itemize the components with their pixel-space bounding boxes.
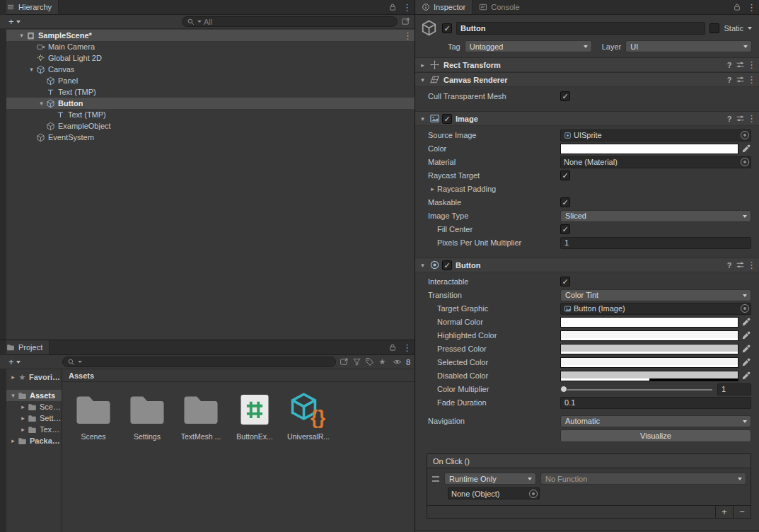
raycast-target-checkbox[interactable]: ✓ bbox=[560, 170, 570, 180]
presets-icon[interactable] bbox=[736, 75, 745, 84]
foldout-icon[interactable]: ▾ bbox=[8, 390, 18, 401]
tree-row-favorites[interactable]: ▸ ★ Favorites bbox=[0, 371, 62, 383]
drag-handle-icon[interactable] bbox=[432, 476, 439, 482]
create-asset-button[interactable]: + bbox=[7, 357, 22, 366]
tab-inspector[interactable]: Inspector bbox=[415, 0, 473, 14]
tab-project[interactable]: Project bbox=[0, 340, 50, 354]
presets-icon[interactable] bbox=[736, 260, 745, 270]
foldout-icon[interactable]: ▾ bbox=[37, 98, 46, 109]
foldout-icon[interactable]: ▾ bbox=[17, 30, 26, 41]
tree-row-packages[interactable]: ▸ Packages bbox=[0, 435, 62, 446]
component-menu-icon[interactable]: ⋮ bbox=[747, 75, 754, 84]
eyedropper-icon[interactable] bbox=[741, 371, 751, 381]
navigation-dropdown[interactable]: Automatic bbox=[560, 415, 751, 427]
canvas-renderer-header[interactable]: ▾ Canvas Renderer ? ⋮ bbox=[415, 72, 759, 87]
foldout-icon[interactable]: ▸ bbox=[418, 58, 427, 72]
hierarchy-search[interactable] bbox=[182, 16, 398, 27]
color-multiplier-slider[interactable] bbox=[560, 383, 712, 395]
pixels-per-unit-multiplier-field[interactable]: 1 bbox=[560, 237, 751, 249]
hierarchy-row-main-camera[interactable]: Main Camera bbox=[0, 41, 415, 52]
search-type-chevron-icon[interactable] bbox=[78, 361, 82, 363]
component-menu-icon[interactable]: ⋮ bbox=[747, 114, 754, 123]
pane-menu-icon[interactable]: ⋮ bbox=[402, 3, 410, 12]
open-search-window-icon[interactable] bbox=[340, 357, 349, 366]
hierarchy-row-eventsystem[interactable]: EventSystem bbox=[0, 132, 415, 143]
foldout-icon[interactable]: ▸ bbox=[18, 401, 28, 412]
project-search[interactable] bbox=[62, 357, 336, 367]
pressed-color-swatch[interactable] bbox=[560, 344, 738, 354]
layer-dropdown[interactable]: UI bbox=[625, 40, 752, 52]
cull-transparent-mesh-checkbox[interactable]: ✓ bbox=[560, 91, 570, 101]
open-search-window-icon[interactable] bbox=[401, 17, 410, 26]
highlighted-color-swatch[interactable] bbox=[560, 330, 738, 341]
rect-transform-header[interactable]: ▸ Rect Transform ? ⋮ bbox=[415, 57, 759, 72]
hierarchy-row-canvas[interactable]: ▾ Canvas bbox=[0, 64, 415, 75]
visualize-button[interactable]: Visualize bbox=[560, 429, 751, 442]
presets-icon[interactable] bbox=[736, 114, 745, 123]
lock-icon[interactable] bbox=[733, 3, 741, 11]
search-type-chevron-icon[interactable] bbox=[197, 21, 202, 23]
transition-dropdown[interactable]: Color Tint bbox=[560, 289, 751, 301]
tree-row-assets[interactable]: ▾ Assets bbox=[0, 390, 62, 401]
object-picker-icon[interactable] bbox=[741, 158, 749, 166]
image-component-header[interactable]: ▾ ✓ Image ? ⋮ bbox=[415, 111, 759, 126]
foldout-icon[interactable]: ▾ bbox=[418, 112, 427, 126]
gameobject-icon[interactable] bbox=[420, 19, 438, 37]
eyedropper-icon[interactable] bbox=[741, 357, 751, 367]
asset-item-universalrp[interactable]: UniversalR... bbox=[282, 388, 335, 441]
hierarchy-row-button[interactable]: ▾ Button bbox=[0, 98, 415, 109]
color-multiplier-field[interactable]: 1 bbox=[717, 383, 751, 395]
help-icon[interactable]: ? bbox=[725, 115, 734, 123]
save-search-icon[interactable]: ★ bbox=[378, 357, 387, 366]
pane-menu-icon[interactable]: ⋮ bbox=[402, 343, 410, 352]
tree-row-scenes[interactable]: ▸ Scenes bbox=[0, 401, 62, 412]
eyedropper-icon[interactable] bbox=[741, 330, 751, 340]
lock-icon[interactable] bbox=[388, 343, 397, 352]
fill-center-checkbox[interactable]: ✓ bbox=[560, 224, 570, 234]
hierarchy-search-input[interactable] bbox=[204, 18, 393, 26]
tree-row-settings[interactable]: ▸ Settings bbox=[0, 412, 62, 424]
selected-color-swatch[interactable] bbox=[560, 357, 738, 368]
filter-by-type-icon[interactable] bbox=[352, 357, 361, 366]
material-field[interactable]: None (Material) bbox=[560, 156, 751, 168]
color-swatch[interactable] bbox=[560, 144, 738, 154]
button-component-header[interactable]: ▾ ✓ Button ? ⋮ bbox=[415, 258, 759, 272]
hierarchy-row-text-tmp-2[interactable]: Text (TMP) bbox=[0, 109, 415, 120]
foldout-icon[interactable]: ▸ bbox=[18, 412, 28, 424]
remove-event-button[interactable]: − bbox=[733, 506, 751, 518]
foldout-icon[interactable]: ▸ bbox=[428, 183, 437, 195]
eyedropper-icon[interactable] bbox=[741, 344, 751, 354]
foldout-icon[interactable]: ▸ bbox=[8, 435, 18, 446]
asset-item-scenes[interactable]: Scenes bbox=[66, 388, 120, 441]
disabled-color-swatch[interactable] bbox=[560, 371, 738, 381]
help-icon[interactable]: ? bbox=[725, 61, 734, 69]
maskable-checkbox[interactable]: ✓ bbox=[560, 197, 570, 207]
hidden-packages-eye-icon[interactable] bbox=[393, 357, 402, 366]
event-mode-dropdown[interactable]: Runtime Only bbox=[444, 473, 536, 485]
eyedropper-icon[interactable] bbox=[741, 144, 751, 154]
fade-duration-field[interactable]: 0.1 bbox=[560, 397, 751, 409]
tree-row-textmesh[interactable]: ▸ TextMe bbox=[0, 424, 62, 435]
filter-by-label-icon[interactable] bbox=[365, 357, 374, 366]
hierarchy-row-exampleobject[interactable]: ExampleObject bbox=[0, 120, 415, 132]
target-graphic-field[interactable]: Button (Image) bbox=[560, 303, 751, 315]
hierarchy-row-samplescene[interactable]: ▾ SampleScene* ⋮ bbox=[0, 30, 415, 41]
static-checkbox[interactable] bbox=[709, 23, 719, 33]
help-icon[interactable]: ? bbox=[725, 76, 734, 84]
tab-console[interactable]: Console bbox=[473, 0, 526, 14]
interactable-checkbox[interactable]: ✓ bbox=[560, 277, 570, 287]
tab-hierarchy[interactable]: Hierarchy bbox=[0, 0, 59, 14]
active-checkbox[interactable]: ✓ bbox=[442, 23, 452, 33]
foldout-icon[interactable]: ▾ bbox=[418, 73, 427, 87]
foldout-icon[interactable]: ▸ bbox=[8, 371, 18, 383]
hierarchy-row-text-tmp-1[interactable]: Text (TMP) bbox=[0, 86, 415, 98]
lock-icon[interactable] bbox=[388, 3, 397, 11]
asset-item-buttonexample[interactable]: ButtonEx... bbox=[228, 388, 282, 441]
name-field[interactable]: Button bbox=[456, 22, 705, 35]
normal-color-swatch[interactable] bbox=[560, 317, 738, 328]
component-menu-icon[interactable]: ⋮ bbox=[747, 60, 754, 69]
asset-item-textmesh[interactable]: TextMesh ... bbox=[174, 388, 228, 441]
component-menu-icon[interactable]: ⋮ bbox=[747, 260, 754, 270]
eyedropper-icon[interactable] bbox=[741, 317, 751, 327]
scene-menu-icon[interactable]: ⋮ bbox=[403, 31, 410, 40]
